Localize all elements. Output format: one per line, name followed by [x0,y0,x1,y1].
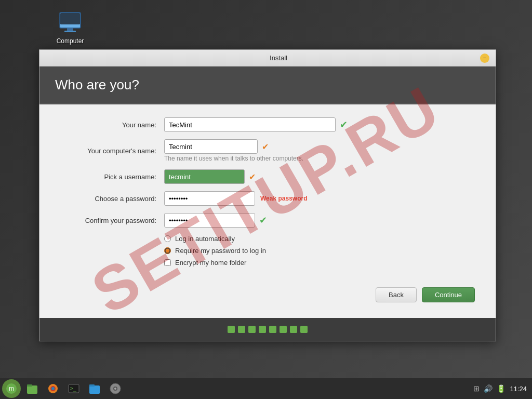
svg-text:m: m [9,385,14,392]
progress-dot-5 [269,326,276,333]
auto-login-label[interactable]: Log in automatically [175,235,235,243]
taskbar-app-firefox[interactable] [44,379,62,398]
password-input[interactable] [164,191,255,206]
computer-icon-label: Computer [57,37,84,45]
window-title: Install [77,54,480,62]
password-strength: Weak password [260,195,307,202]
network-icon: ⊞ [473,384,480,393]
taskbar-app-disk[interactable] [106,379,125,398]
require-password-radio[interactable] [164,247,171,254]
desktop: Computer Install − Who are you? Your nam… [0,0,532,399]
window-controls: − [480,54,489,63]
progress-dot-3 [248,326,256,333]
button-row: Back Continue [60,282,475,302]
confirm-password-row: Confirm your password: ✔ [60,213,475,228]
computer-name-check: ✔ [262,142,269,152]
minimize-button[interactable]: − [480,54,489,63]
password-row: Choose a password: Weak password [60,191,475,206]
computer-name-subrow: ✔ The name it uses when it talks to othe… [164,139,303,162]
auto-login-radio[interactable] [164,235,171,242]
svg-rect-3 [67,28,73,31]
require-password-label[interactable]: Require my password to log in [175,247,266,255]
require-password-row: Require my password to log in [164,247,475,255]
encrypt-row: Encrypt my home folder [164,259,475,267]
computer-name-hint: The name it uses when it talks to other … [164,155,303,162]
confirm-password-label: Confirm your password: [60,217,164,224]
progress-dot-8 [300,326,308,333]
window-content: Who are you? Your name: ✔ Your computer'… [39,66,496,341]
encrypt-checkbox[interactable] [164,259,171,266]
taskbar: m >_ ⊞ 🔊 🔋 11:24 [0,378,532,399]
progress-dot-4 [259,326,266,333]
svg-rect-7 [27,385,37,394]
continue-button[interactable]: Continue [422,287,475,302]
your-name-label: Your name: [60,121,164,129]
username-label: Pick a username: [60,173,164,181]
confirm-password-check: ✔ [259,215,267,226]
page-title: Who are you? [55,77,480,93]
svg-point-11 [51,387,55,390]
progress-dot-7 [290,326,297,333]
taskbar-app-files-blue[interactable] [85,379,104,398]
progress-dot-2 [238,326,245,333]
computer-icon[interactable]: Computer [52,10,88,45]
computer-name-row: Your computer's name: ✔ The name it uses… [60,139,475,162]
taskbar-app-files-green[interactable] [23,379,42,398]
taskbar-app-mint[interactable]: m [2,379,21,398]
taskbar-app-terminal[interactable]: >_ [64,379,83,398]
your-name-check: ✔ [340,119,348,130]
svg-text:>_: >_ [70,385,77,392]
svg-rect-4 [64,31,76,32]
username-input[interactable] [164,169,245,184]
form-area: Your name: ✔ Your computer's name: ✔ The… [39,104,496,318]
taskbar-tray: ⊞ 🔊 🔋 11:24 [473,384,532,393]
your-name-input[interactable] [164,117,336,132]
back-button[interactable]: Back [376,287,417,302]
battery-icon: 🔋 [497,384,506,393]
login-options: Log in automatically Require my password… [164,235,475,267]
confirm-password-input[interactable] [164,213,255,228]
svg-rect-8 [27,384,32,387]
username-check: ✔ [249,172,256,182]
title-bar: Install − [39,50,496,66]
progress-dots [39,318,496,341]
progress-dot-1 [228,326,235,333]
password-label: Choose a password: [60,195,164,203]
computer-name-input[interactable] [164,139,258,154]
svg-rect-14 [89,385,100,394]
progress-dot-6 [280,326,287,333]
username-row: Pick a username: ✔ [60,169,475,184]
your-name-row: Your name: ✔ [60,117,475,132]
taskbar-apps: m >_ [0,379,125,398]
svg-point-18 [114,388,116,390]
clock: 11:24 [510,385,527,393]
install-window: Install − Who are you? Your name: ✔ [39,49,496,341]
svg-rect-15 [89,384,95,387]
encrypt-label[interactable]: Encrypt my home folder [175,259,246,267]
volume-icon[interactable]: 🔊 [484,384,493,393]
install-header: Who are you? [39,66,496,104]
computer-name-label: Your computer's name: [60,147,164,155]
svg-rect-2 [60,13,80,24]
auto-login-row: Log in automatically [164,235,475,243]
